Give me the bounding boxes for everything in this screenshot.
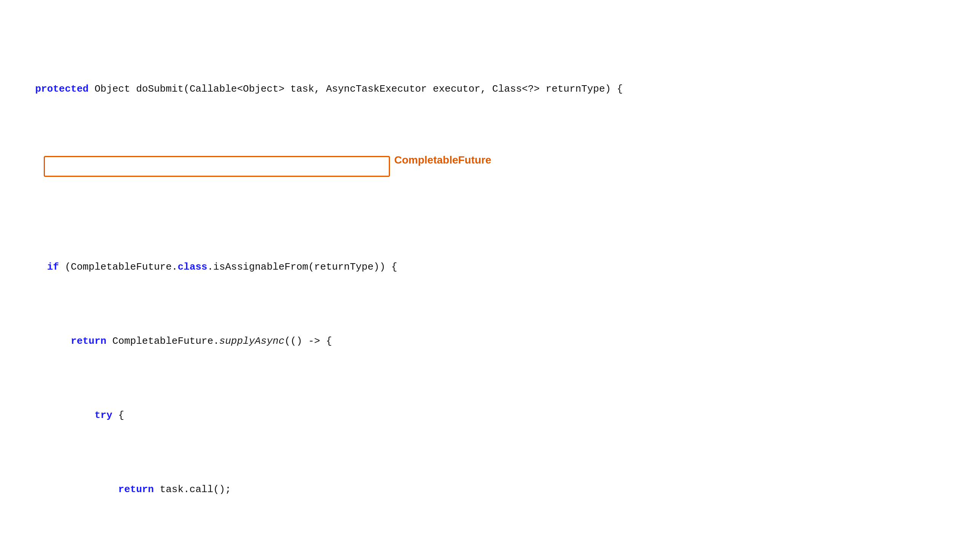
code-viewer: protected Object doSubmit(Callable<Objec…: [11, 8, 969, 537]
completable-future-label: CompletableFuture: [394, 152, 491, 168]
return-completable-line: return CompletableFuture.supplyAsync(() …: [23, 319, 980, 364]
completable-future-box: [44, 156, 390, 177]
keyword-if: if: [47, 261, 59, 273]
try-line: try {: [23, 393, 980, 438]
keyword-protected: protected: [35, 83, 88, 95]
completable-future-section: CompletableFuture if (CompletableFuture.…: [23, 156, 980, 537]
method-signature-line: protected Object doSubmit(Callable<Objec…: [11, 67, 969, 111]
method-name: doSubmit: [136, 83, 184, 95]
return-task-call-line: return task.call();: [23, 467, 980, 512]
completable-if-line: if (CompletableFuture.class.isAssignable…: [23, 245, 980, 289]
